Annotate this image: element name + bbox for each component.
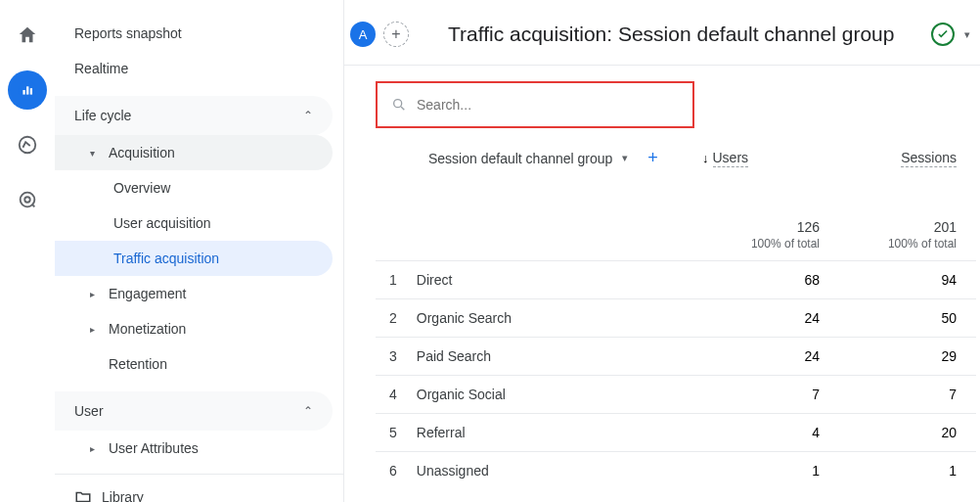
row-index: 4	[376, 376, 417, 414]
svg-rect-2	[26, 86, 28, 94]
leaf-label: User acquisition	[113, 215, 211, 231]
sidebar-leaf-overview[interactable]: Overview	[55, 170, 333, 205]
column-header-sessions[interactable]: Sessions	[839, 149, 976, 167]
row-index: 1	[376, 261, 417, 299]
dimension-label: Session default channel group	[428, 151, 612, 166]
table-header-row: Session default channel group ▾ + ↓ User…	[376, 142, 976, 180]
row-index: 3	[376, 338, 417, 376]
caret-down-icon: ▾	[90, 148, 95, 159]
svg-point-6	[24, 197, 30, 203]
caret-right-icon: ▸	[90, 443, 95, 454]
row-index: 5	[376, 414, 417, 452]
svg-rect-1	[22, 90, 24, 95]
main-content: A + Traffic acquisition: Session default…	[343, 0, 980, 502]
row-users: 24	[702, 299, 839, 338]
table-row[interactable]: 6Unassigned11	[376, 452, 976, 490]
sidebar: Reports snapshot Realtime Life cycle ⌃ ▾…	[55, 0, 344, 502]
total-sessions: 201 100% of total	[839, 180, 976, 261]
table-row[interactable]: 1Direct6894	[376, 261, 976, 299]
search-icon	[391, 97, 407, 113]
segment-chip-a[interactable]: A	[350, 22, 376, 47]
search-input[interactable]	[417, 97, 679, 113]
table-row[interactable]: 3Paid Search2429	[376, 338, 976, 376]
row-name: Paid Search	[417, 338, 702, 376]
total-pct: 100% of total	[702, 237, 820, 251]
row-sessions: 50	[839, 299, 976, 338]
total-pct: 100% of total	[839, 237, 957, 251]
report-body: Session default channel group ▾ + ↓ User…	[344, 65, 980, 489]
page-header: A + Traffic acquisition: Session default…	[344, 0, 980, 65]
table-row[interactable]: 2Organic Search2450	[376, 299, 976, 338]
sidebar-item-reports-snapshot[interactable]: Reports snapshot	[55, 16, 344, 51]
page-title: Traffic acquisition: Session default cha…	[448, 23, 923, 46]
row-users: 1	[702, 452, 839, 490]
caret-right-icon: ▸	[90, 324, 95, 335]
folder-icon	[74, 488, 92, 502]
check-icon[interactable]	[931, 23, 955, 46]
sidebar-sub-acquisition[interactable]: ▾ Acquisition	[55, 135, 333, 170]
chevron-down-icon: ▾	[622, 152, 628, 164]
dimension-select[interactable]: Session default channel group ▾ +	[428, 148, 658, 168]
sidebar-sub-label: Monetization	[109, 321, 186, 337]
sidebar-sub-label: Retention	[109, 356, 167, 372]
home-icon[interactable]	[8, 16, 47, 55]
segment-letter: A	[359, 27, 368, 42]
add-dimension-button[interactable]: +	[647, 148, 658, 168]
leaf-label: Traffic acquisition	[113, 251, 219, 266]
sidebar-library[interactable]: Library	[55, 474, 344, 502]
sidebar-item-realtime[interactable]: Realtime	[55, 51, 344, 86]
advertising-icon[interactable]	[8, 180, 47, 219]
column-label: Users	[713, 150, 749, 167]
sidebar-item-label: Reports snapshot	[74, 25, 182, 41]
data-table: 126 100% of total 201 100% of total 1Dir…	[376, 180, 976, 489]
arrow-down-icon: ↓	[702, 151, 709, 165]
row-sessions: 7	[839, 376, 976, 414]
totals-row: 126 100% of total 201 100% of total	[376, 180, 976, 261]
row-sessions: 29	[839, 338, 976, 376]
row-users: 7	[702, 376, 839, 414]
row-sessions: 1	[839, 452, 976, 490]
sidebar-sub-monetization[interactable]: ▸ Monetization	[55, 311, 333, 346]
sidebar-leaf-traffic-acquisition[interactable]: Traffic acquisition	[55, 241, 333, 276]
chevron-down-icon[interactable]: ▾	[964, 28, 970, 41]
library-label: Library	[102, 489, 144, 502]
column-label: Sessions	[901, 150, 957, 167]
sidebar-leaf-user-acquisition[interactable]: User acquisition	[55, 205, 333, 241]
leaf-label: Overview	[113, 180, 170, 196]
highlighted-search	[376, 81, 694, 128]
sidebar-item-label: Realtime	[74, 61, 128, 76]
section-label: User	[74, 403, 104, 419]
reports-icon[interactable]	[8, 70, 47, 110]
row-sessions: 94	[839, 261, 976, 299]
sidebar-sub-user-attributes[interactable]: ▸ User Attributes	[55, 431, 333, 466]
row-users: 68	[702, 261, 839, 299]
row-users: 24	[702, 338, 839, 376]
sidebar-sub-retention[interactable]: ▸ Retention	[55, 346, 333, 382]
row-name: Organic Search	[417, 299, 702, 338]
sidebar-sub-label: User Attributes	[109, 440, 199, 456]
table-row[interactable]: 5Referral420	[376, 414, 976, 452]
sidebar-section-life-cycle[interactable]: Life cycle ⌃	[55, 96, 333, 135]
total-users: 126 100% of total	[702, 180, 839, 261]
nav-rail	[0, 0, 55, 502]
row-sessions: 20	[839, 414, 976, 452]
explore-icon[interactable]	[8, 125, 47, 164]
sidebar-sub-label: Acquisition	[109, 145, 175, 160]
row-index: 6	[376, 452, 417, 490]
row-users: 4	[702, 414, 839, 452]
section-label: Life cycle	[74, 108, 131, 123]
sidebar-sub-engagement[interactable]: ▸ Engagement	[55, 276, 333, 311]
row-name: Referral	[417, 414, 702, 452]
row-index: 2	[376, 299, 417, 338]
svg-rect-3	[30, 88, 32, 94]
column-header-users[interactable]: ↓ Users	[702, 150, 839, 167]
total-value: 126	[797, 219, 820, 235]
total-value: 201	[934, 219, 957, 235]
add-segment-button[interactable]: +	[383, 22, 409, 47]
chevron-up-icon: ⌃	[303, 404, 313, 418]
table-row[interactable]: 4Organic Social77	[376, 376, 976, 414]
sidebar-section-user[interactable]: User ⌃	[55, 391, 333, 431]
caret-right-icon: ▸	[90, 289, 95, 299]
row-name: Organic Social	[417, 376, 702, 414]
chevron-up-icon: ⌃	[303, 109, 313, 122]
